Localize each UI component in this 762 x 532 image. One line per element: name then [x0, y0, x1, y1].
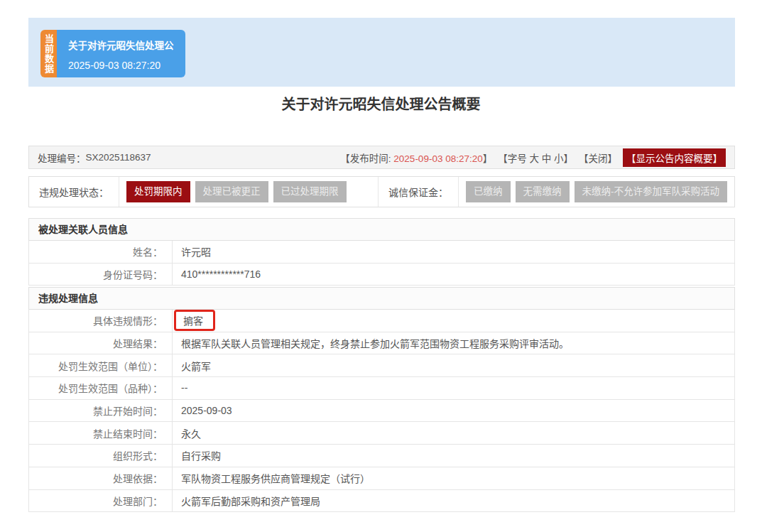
- font-size-label: 【字号: [498, 153, 527, 164]
- person-section-title: 被处理关联人员信息: [28, 218, 735, 241]
- publish-time-suffix: 】: [483, 153, 493, 164]
- deposit-not-required-button[interactable]: 无需缴纳: [516, 181, 570, 202]
- row-label: 处罚生效范围（单位）：: [29, 354, 173, 376]
- deposit-label: 诚信保证金：: [378, 177, 459, 207]
- font-size-control: 【字号 大 中 小】: [498, 151, 573, 165]
- row-value: 根据军队关联人员管理相关规定，终身禁止参加火箭军范围物资工程服务采购评审活动。: [173, 332, 734, 354]
- row-value: 永久: [173, 422, 734, 444]
- publish-time-value: 2025-09-03 08:27:20: [393, 153, 482, 164]
- row-value: 许元昭: [173, 241, 734, 263]
- deposit-unpaid-button[interactable]: 未缴纳-不允许参加军队采购活动: [575, 181, 728, 202]
- row-value: 自行采购: [173, 445, 734, 467]
- row-label: 处理部门：: [29, 490, 173, 512]
- row-label: 处理依据：: [29, 467, 173, 489]
- status-expired-button[interactable]: 已过处理期限: [273, 181, 347, 202]
- row-label: 姓名：: [29, 241, 173, 263]
- top-notice-bar: 当前数据 关于对许元昭失信处理公 2025-09-03 08:27:20: [28, 18, 735, 87]
- row-value: 军队物资工程服务供应商管理规定（试行）: [173, 467, 734, 489]
- row-label: 处理结果：: [29, 332, 173, 354]
- table-row: 身份证号码： 410************716: [28, 264, 735, 286]
- table-row: 组织形式： 自行采购: [28, 445, 735, 467]
- notice-preview-title: 关于对许元昭失信处理公: [68, 38, 174, 52]
- row-label: 组织形式：: [29, 445, 173, 467]
- font-size-medium-button[interactable]: 中: [542, 153, 552, 164]
- status-bar: 违规处理状态： 处罚期限内 处理已被更正 已过处理期限 诚信保证金： 已缴纳 无…: [28, 176, 735, 207]
- deposit-paid-button[interactable]: 已缴纳: [466, 181, 511, 202]
- row-label: 禁止结束时间：: [29, 422, 173, 444]
- row-value: 410************716: [173, 264, 734, 286]
- highlight-box: 掮客: [174, 310, 215, 331]
- process-number-label: 处理编号：: [38, 151, 86, 165]
- table-row: 处罚生效范围（品种）： --: [28, 377, 735, 400]
- violation-section-title: 违规处理信息: [28, 287, 735, 310]
- font-size-large-button[interactable]: 大: [529, 153, 539, 164]
- status-corrected-button[interactable]: 处理已被更正: [195, 181, 268, 202]
- row-label: 处罚生效范围（品种）：: [29, 377, 173, 399]
- row-value: 2025-09-03: [173, 400, 734, 422]
- violation-status-buttons: 处罚期限内 处理已被更正 已过处理期限: [119, 177, 354, 207]
- process-number-value: SX2025118637: [86, 152, 151, 163]
- table-row: 处理部门： 火箭军后勤部采购和资产管理局: [28, 490, 735, 513]
- close-button[interactable]: 【关闭】: [579, 151, 617, 165]
- page-title: 关于对许元昭失信处理公告概要: [0, 93, 762, 114]
- process-number: 处理编号： SX2025118637: [38, 151, 151, 165]
- notice-preview-time: 2025-09-03 08:27:20: [68, 60, 174, 71]
- person-info-section: 被处理关联人员信息 姓名： 许元昭 身份证号码： 410************…: [28, 218, 735, 286]
- table-row: 姓名： 许元昭: [28, 241, 735, 264]
- announcement-page: 当前数据 关于对许元昭失信处理公 2025-09-03 08:27:20 关于对…: [0, 0, 762, 532]
- row-label: 具体违规情形：: [29, 310, 173, 332]
- publish-time-prefix: 【发布时间:: [340, 153, 391, 164]
- table-row: 处理结果： 根据军队关联人员管理相关规定，终身禁止参加火箭军范围物资工程服务采购…: [28, 332, 735, 355]
- publish-time: 【发布时间: 2025-09-03 08:27:20】: [340, 151, 492, 165]
- row-label: 身份证号码：: [29, 264, 173, 286]
- table-row: 处罚生效范围（单位）： 火箭军: [28, 354, 735, 377]
- status-within-penalty-button[interactable]: 处罚期限内: [126, 181, 190, 202]
- violation-status-label: 违规处理状态：: [29, 177, 119, 207]
- table-row: 禁止结束时间： 永久: [28, 422, 735, 445]
- row-value: 火箭军: [173, 354, 734, 376]
- meta-bar: 处理编号： SX2025118637 【发布时间: 2025-09-03 08:…: [28, 146, 735, 169]
- font-size-small-button[interactable]: 小: [554, 153, 564, 164]
- deposit-buttons: 已缴纳 无需缴纳 未缴纳-不允许参加军队采购活动: [459, 177, 734, 207]
- show-summary-button[interactable]: 【显示公告内容概要】: [623, 148, 726, 167]
- row-value: 火箭军后勤部采购和资产管理局: [173, 490, 734, 512]
- table-row: 处理依据： 军队物资工程服务供应商管理规定（试行）: [28, 467, 735, 490]
- violation-type-value: 掮客: [183, 313, 203, 327]
- notice-preview-card[interactable]: 关于对许元昭失信处理公 2025-09-03 08:27:20: [57, 30, 185, 77]
- row-value: 掮客: [173, 310, 734, 332]
- row-label: 禁止开始时间：: [29, 400, 173, 422]
- current-data-tab[interactable]: 当前数据: [40, 30, 57, 77]
- violation-info-section: 违规处理信息 具体违规情形： 掮客 处理结果： 根据军队关联人员管理相关规定，终…: [28, 287, 735, 512]
- row-value: --: [173, 377, 734, 399]
- font-size-suffix: 】: [564, 153, 574, 164]
- current-data-widget: 当前数据 关于对许元昭失信处理公 2025-09-03 08:27:20: [40, 30, 185, 77]
- table-row: 禁止开始时间： 2025-09-03: [28, 400, 735, 423]
- table-row: 具体违规情形： 掮客: [28, 310, 735, 332]
